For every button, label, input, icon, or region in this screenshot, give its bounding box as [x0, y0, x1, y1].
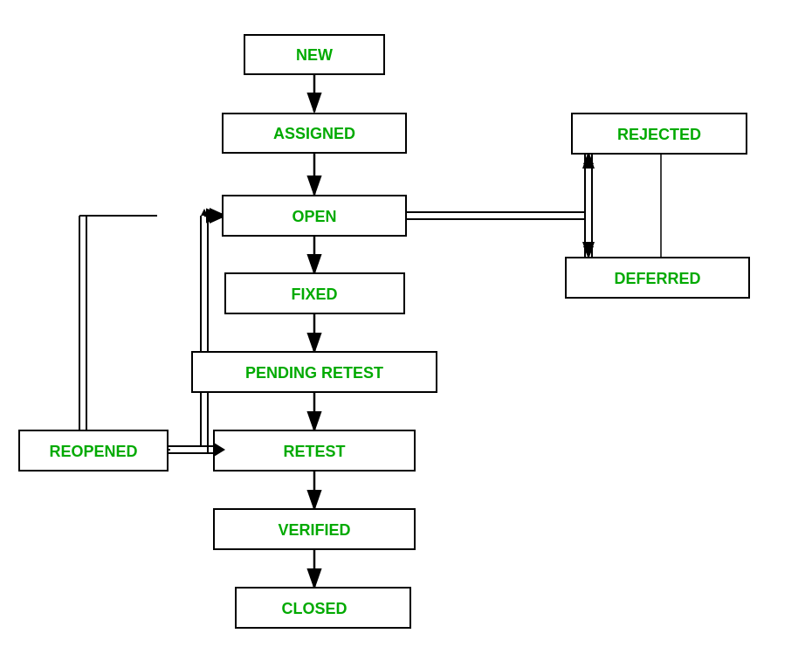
node-open-label: OPEN	[292, 208, 336, 225]
node-pending-label: PENDING RETEST	[245, 364, 383, 382]
node-rejected-label: REJECTED	[617, 126, 701, 143]
node-fixed-label: FIXED	[291, 286, 337, 303]
node-new-label: NEW	[296, 46, 333, 64]
node-assigned-label: ASSIGNED	[273, 125, 355, 142]
node-reopened-label: REOPENED	[49, 443, 137, 460]
node-retest-label: RETEST	[283, 443, 345, 460]
node-deferred-label: DEFERRED	[614, 270, 700, 287]
node-verified-label: VERIFIED	[278, 521, 350, 539]
node-closed-label: CLOSED	[281, 600, 347, 617]
